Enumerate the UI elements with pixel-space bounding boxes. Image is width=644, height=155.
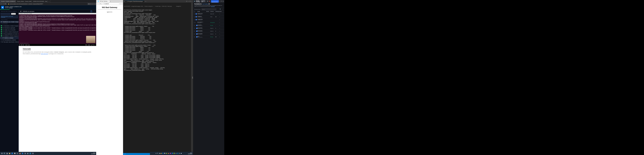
row-actions[interactable]: ⋮: [219, 13, 222, 14]
sidebar-lesson-item[interactable]: ✓04 Criando o docker-compose.yml: [0, 31, 18, 33]
vscode-terminal[interactable]: 8f3e35040829 swaggerapi/swagger-editor "…: [123, 2, 193, 153]
taskbar-app-icon[interactable]: ◨: [6, 153, 8, 155]
col-star[interactable]: STAR: [219, 11, 222, 12]
forward-icon[interactable]: →: [3, 3, 4, 4]
back-icon[interactable]: ←: [97, 3, 98, 4]
chrome-tab-0[interactable]: Docker: Criando containers sem…×: [0, 0, 16, 2]
taskbar-app-icon[interactable]: 🌐: [177, 153, 178, 154]
edge-tab[interactable]: 🌐 502 Bad Gateway ×: [97, 0, 110, 2]
taskbar-app-icon[interactable]: 🦊: [168, 153, 169, 154]
window-close-icon[interactable]: ×: [192, 1, 192, 2]
row-checkbox[interactable]: [194, 19, 195, 20]
taskbar-app-icon[interactable]: 🔍: [157, 153, 158, 154]
taskbar-app-icon[interactable]: 📨: [180, 153, 182, 154]
minimize-icon[interactable]: ─: [188, 1, 189, 2]
col-ports[interactable]: PORT(S): [216, 11, 219, 12]
menu-icon[interactable]: ⋯: [94, 3, 95, 4]
transcript-link[interactable]: este exercício: [41, 53, 48, 54]
new-tab-button[interactable]: +: [110, 1, 111, 2]
volume-icon[interactable]: 🔊: [23, 44, 24, 45]
taskbar-app-icon[interactable]: 💬: [164, 153, 166, 154]
remote-icon[interactable]: ⎇: [124, 154, 125, 155]
prev-icon[interactable]: |◀: [21, 44, 22, 45]
maximize-icon[interactable]: ☐: [190, 1, 190, 2]
sidebar-lesson-item[interactable]: ✓05 Responsabilidades do Docker Compose: [0, 33, 18, 35]
play-icon[interactable]: ▶: [20, 44, 20, 45]
alura-logo-icon[interactable]: ▣: [1, 6, 4, 9]
vscode-activity-bar[interactable]: EXT: [191, 2, 193, 153]
home-icon[interactable]: ⌂: [101, 3, 102, 4]
taskbar-app-icon[interactable]: 🐳: [27, 153, 29, 155]
extensions-icon[interactable]: ⋮: [92, 3, 93, 4]
row-actions[interactable]: ⋮: [219, 25, 222, 26]
learn-more-link[interactable]: Learn more: [211, 6, 215, 7]
update-notice[interactable]: Este curso ganhou uma versão atualizada.: [0, 15, 18, 18]
speed-label[interactable]: 1.25x: [88, 44, 90, 45]
forward-icon[interactable]: →: [98, 3, 99, 4]
sidebar-lesson-item[interactable]: ✓06 Instalando o Docker Compose no Linux: [0, 35, 18, 37]
back-icon[interactable]: ←: [1, 3, 2, 4]
taskbar-app-icon[interactable]: 🟩: [174, 153, 175, 154]
reload-icon[interactable]: ⟳: [100, 3, 101, 4]
address-bar[interactable]: 🔒 cursos.alura.com.br/course/docker-e-do…: [7, 3, 88, 5]
taskbar-app-icon[interactable]: 🟦: [11, 153, 13, 155]
container-row[interactable]: swaggered8f3e35040829 ⎘Exited80⋮: [193, 15, 224, 18]
split-icon[interactable]: ☐: [186, 1, 187, 2]
col-status[interactable]: STATUS: [210, 11, 215, 12]
more-icon[interactable]: ⋮: [94, 11, 95, 12]
reload-icon[interactable]: ⟳: [5, 3, 6, 4]
taskbar-app-icon[interactable]: 🟢: [166, 153, 167, 154]
col-image[interactable]: IMAGE: [206, 11, 210, 12]
gmail-icon[interactable]: M: [88, 3, 90, 4]
close-icon[interactable]: ×: [146, 1, 146, 2]
taskbar-app-icon[interactable]: 🐳: [176, 153, 177, 154]
taskbar-app-icon[interactable]: ✉: [32, 153, 34, 155]
container-row[interactable]: anderson-silv…9a6266afbf4a ⎘Exited (137)…: [193, 12, 224, 15]
cc-icon[interactable]: cc: [91, 44, 92, 45]
favorites-icon[interactable]: ☆: [120, 3, 121, 4]
row-actions[interactable]: ⋮: [219, 16, 222, 17]
row-actions[interactable]: ⋮: [219, 30, 222, 31]
chevron-down-icon[interactable]: ▾: [196, 22, 197, 23]
taskbar-app-icon[interactable]: 💬: [14, 153, 16, 155]
taskbar-app-icon[interactable]: ❖: [156, 153, 156, 154]
chrome-tab-1[interactable]: Fórum | Alura - Cursos online d…×: [16, 0, 32, 2]
taskbar-app-icon[interactable]: ⚙: [24, 153, 26, 155]
row-checkbox[interactable]: [194, 25, 195, 26]
taskbar-app-icon[interactable]: 📁: [160, 153, 162, 154]
discutir-button[interactable]: Discutir: [11, 13, 16, 15]
taskbar-app-icon[interactable]: 🔍: [4, 153, 6, 155]
search-input[interactable]: [202, 8, 216, 10]
close-icon[interactable]: ×: [108, 1, 109, 2]
taskbar-app-icon[interactable]: 🔵: [22, 153, 24, 155]
taskbar-app-icon[interactable]: ❖: [1, 153, 3, 155]
menu-icon[interactable]: ⋯: [122, 3, 122, 4]
next-icon[interactable]: ▶|: [86, 44, 87, 45]
system-clock[interactable]: 23:50 19/09/2022: [188, 153, 192, 154]
container-row[interactable]: mongodb-156ab671d4919 ⎘Running-⋮: [193, 24, 224, 27]
row-checkbox[interactable]: [194, 33, 195, 35]
taskbar-app-icon[interactable]: 🎮: [16, 153, 18, 155]
video-player[interactable]: psoh-pk1 ~/alura-docker (master) e useMo…: [19, 13, 96, 46]
settings-icon[interactable]: ⚙: [207, 1, 208, 2]
taskbar-app-icon[interactable]: 📘: [162, 153, 164, 154]
sidebar-lesson-item[interactable]: ✓03 Análise de um Dockerfile: [0, 29, 18, 31]
minimize-icon[interactable]: ─: [220, 1, 220, 2]
col-name[interactable]: NAME: [197, 11, 206, 12]
system-clock[interactable]: 23:50 19/09/2022: [91, 153, 95, 154]
maximize-icon[interactable]: ☐: [221, 1, 222, 2]
search-input[interactable]: [0, 13, 11, 15]
row-actions[interactable]: ⋮: [219, 36, 222, 37]
vscode-tab[interactable]: C:\Program Files\WindowsApps: [126, 0, 144, 2]
row-actions[interactable]: ⋮: [219, 28, 222, 29]
row-checkbox[interactable]: [194, 16, 195, 17]
user-badge[interactable]: 👤 alucardm2017: [211, 0, 219, 2]
taskbar-app-icon[interactable]: 🟣: [170, 153, 171, 154]
row-checkbox[interactable]: [194, 13, 195, 14]
container-row[interactable]: ▾alura-docker-c…5 containersRunning (2/5…: [193, 21, 224, 24]
download-icon[interactable]: ⬇: [90, 10, 92, 12]
sidebar-lesson-item[interactable]: 09 Para saber mais Docker e Microserviç…: [0, 41, 18, 43]
new-tab-button[interactable]: +: [48, 0, 50, 2]
container-row[interactable]: alura-books1e6958097778b ⎘Exited (1)0⋮: [193, 27, 224, 30]
container-row[interactable]: alura-books36019212330f7 ⎘Exited (1)0⋮: [193, 33, 224, 35]
